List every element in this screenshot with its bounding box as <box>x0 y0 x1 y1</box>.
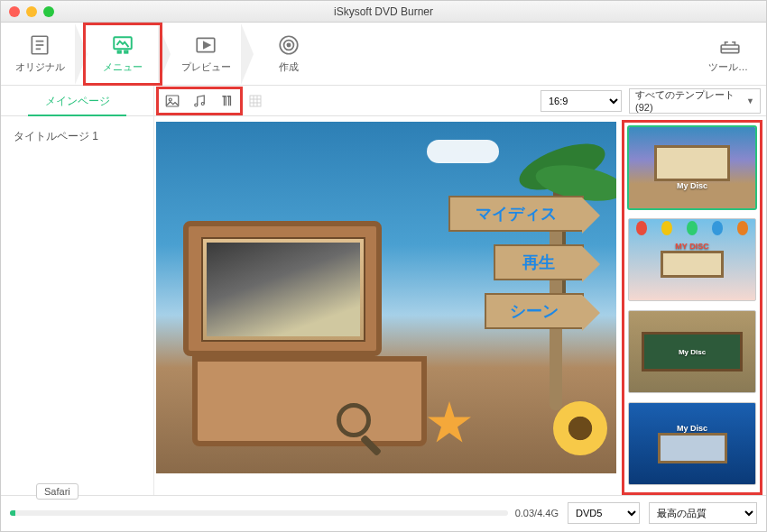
menu-play-sign[interactable]: 再生 <box>494 244 584 280</box>
toolbox-label: ツールボ… <box>708 60 752 74</box>
svg-rect-14 <box>166 96 179 106</box>
toolbox-button[interactable]: ツールボ… <box>703 33 757 74</box>
page-list-sidebar: タイトルページ 1 <box>1 116 154 495</box>
main-body: タイトルページ 1 マイディス 再生 シーン M <box>1 116 766 495</box>
status-footer: 0.03/4.4G DVD5 最高の品質 <box>1 495 766 529</box>
step-label: オリジナル <box>15 60 65 74</box>
svg-point-16 <box>195 104 198 106</box>
dvd-type-select[interactable]: DVD5 <box>568 502 640 524</box>
menu-preview-canvas[interactable]: マイディス 再生 シーン <box>156 122 616 473</box>
disc-usage-bar <box>10 510 508 516</box>
svg-rect-22 <box>250 96 261 106</box>
template-thumbnail[interactable]: My Disc <box>628 310 756 393</box>
svg-point-11 <box>287 43 290 46</box>
step-menu[interactable]: メニュー <box>84 23 162 85</box>
step-label: 作成 <box>279 60 299 74</box>
template-caption: My Disc <box>679 348 706 356</box>
window-title: iSkysoft DVD Burner <box>1 5 766 18</box>
aspect-ratio-select[interactable]: 16:9 <box>541 90 622 112</box>
step-label: メニュー <box>103 60 143 74</box>
toolbox-icon <box>718 33 742 57</box>
disc-usage-text: 0.03/4.4G <box>515 508 559 518</box>
cloud-decoration <box>427 140 499 163</box>
svg-marker-8 <box>204 42 210 49</box>
menu-title-sign[interactable]: マイディス <box>448 196 584 232</box>
window-titlebar: iSkysoft DVD Burner <box>1 1 766 23</box>
background-image-button[interactable] <box>159 88 186 114</box>
disc-usage-wrap: 0.03/4.4G <box>10 508 559 518</box>
svg-rect-6 <box>125 51 127 53</box>
menu-template-icon <box>111 33 134 57</box>
template-caption: My Disc <box>677 424 707 433</box>
step-label: プレビュー <box>181 60 231 74</box>
chevron-down-icon: ▼ <box>746 96 754 105</box>
template-thumbnail[interactable]: My Disc <box>628 402 756 485</box>
magnifier-decoration <box>337 403 371 437</box>
svg-rect-5 <box>118 51 121 53</box>
grid-button[interactable] <box>248 94 263 108</box>
quality-select[interactable]: 最高の品質 <box>649 502 757 524</box>
svg-point-15 <box>169 98 171 101</box>
template-category-dropdown[interactable]: すべてのテンプレート(92) ▼ <box>629 88 761 114</box>
template-caption: My Disc <box>677 181 707 190</box>
dock-tooltip-safari: Safari <box>36 483 79 500</box>
text-edit-button[interactable] <box>213 88 240 114</box>
sidebar-item-title-page[interactable]: タイトルページ 1 <box>10 124 144 150</box>
main-page-tab[interactable]: メインページ <box>1 86 154 116</box>
menu-scene-sign[interactable]: シーン <box>485 293 584 329</box>
suitcase-frame <box>183 221 436 446</box>
sub-toolbar: メインページ 16:9 すべてのテンプレート(92) ▼ <box>1 86 766 116</box>
menu-edit-tools <box>156 87 243 115</box>
template-dropdown-label: すべてのテンプレート(92) <box>635 88 746 113</box>
template-thumbnail[interactable]: MY DISC <box>628 218 756 301</box>
step-original[interactable]: オリジナル <box>1 23 79 85</box>
video-thumbnail-frame[interactable] <box>201 237 365 342</box>
template-gallery[interactable]: My Disc MY DISC My Disc My Disc <box>622 120 762 495</box>
template-thumbnail[interactable]: My Disc <box>628 126 756 209</box>
document-icon <box>28 33 51 57</box>
step-toolbar: オリジナル メニュー プレビュー 作成 ツールボ… <box>1 23 766 86</box>
step-create[interactable]: 作成 <box>250 23 328 85</box>
preview-icon <box>194 33 217 57</box>
step-preview[interactable]: プレビュー <box>167 23 245 85</box>
svg-point-17 <box>201 102 204 105</box>
disc-burn-icon <box>277 33 300 57</box>
preview-canvas-area: マイディス 再生 シーン <box>154 116 618 495</box>
aspect-ratio-select-wrap: 16:9 <box>541 90 622 112</box>
template-caption: MY DISC <box>675 242 708 251</box>
background-music-button[interactable] <box>186 88 213 114</box>
sunflower-decoration <box>553 401 607 455</box>
